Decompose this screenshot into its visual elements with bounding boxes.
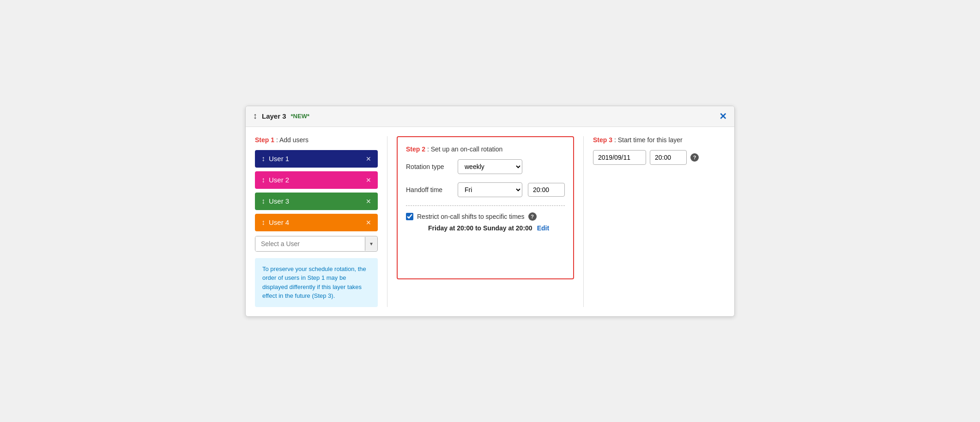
remove-user4-button[interactable]: ✕ (366, 219, 371, 226)
step1-header: Step 1 : Add users (255, 136, 378, 144)
step1-column: Step 1 : Add users ↕ User 1 ✕ ↕ User 2 (255, 136, 387, 307)
drag-handle-icon: ↕ (261, 176, 265, 184)
step1-colon: : (276, 136, 279, 144)
restrict-label: Restrict on-call shifts to specific time… (417, 213, 525, 220)
user4-label: User 4 (269, 218, 289, 226)
select-user-arrow-icon: ▾ (365, 237, 377, 251)
user-list: ↕ User 1 ✕ ↕ User 2 ✕ ↕ User 3 (255, 150, 378, 231)
step3-inputs-row: ? (593, 150, 716, 165)
step3-title: Start time for this layer (618, 136, 683, 144)
step1-label: Step 1 (255, 136, 274, 144)
step2-colon: : (427, 145, 431, 153)
user-row[interactable]: ↕ User 4 ✕ (255, 214, 378, 231)
remove-user3-button[interactable]: ✕ (366, 198, 371, 205)
drag-handle-icon: ↕ (261, 155, 265, 163)
step3-column: Step 3 : Start time for this layer ? (584, 136, 725, 307)
rotation-type-label: Rotation type (406, 163, 452, 170)
drag-handle-icon: ↕ (261, 197, 265, 205)
restrict-checkbox[interactable] (406, 213, 413, 220)
titlebar: ↕ Layer 3 *NEW* ✕ (246, 106, 734, 127)
remove-user2-button[interactable]: ✕ (366, 176, 371, 184)
step2-box: Step 2 : Set up an on-call rotation Rota… (397, 136, 574, 279)
handoff-day-select[interactable]: Mon Tue Wed Thu Fri Sat Sun (458, 182, 522, 197)
titlebar-title: Layer 3 (262, 112, 286, 120)
handoff-label: Handoff time (406, 186, 452, 193)
rotation-type-select[interactable]: weekly daily custom (458, 159, 522, 174)
rotation-type-row: Rotation type weekly daily custom (406, 159, 565, 174)
help-icon[interactable]: ? (528, 212, 537, 221)
select-user-dropdown[interactable]: ▾ (255, 236, 378, 252)
info-text: To preserve your schedule rotation, the … (262, 265, 366, 300)
user-row[interactable]: ↕ User 1 ✕ (255, 150, 378, 168)
step3-header: Step 3 : Start time for this layer (593, 136, 716, 144)
step3-colon: : (614, 136, 618, 144)
edit-restrict-link[interactable]: Edit (537, 224, 549, 232)
user-row[interactable]: ↕ User 2 ✕ (255, 171, 378, 189)
step1-title: Add users (279, 136, 309, 144)
main-window: ↕ Layer 3 *NEW* ✕ Step 1 : Add users ↕ U… (245, 106, 735, 317)
start-date-input[interactable] (593, 150, 646, 165)
drag-handle-icon: ↕ (261, 218, 265, 227)
user1-label: User 1 (269, 155, 289, 163)
select-user-input[interactable] (255, 236, 365, 251)
close-window-button[interactable]: ✕ (719, 111, 727, 122)
titlebar-new-badge: *NEW* (291, 113, 309, 120)
start-time-input[interactable] (650, 150, 687, 165)
restrict-checkbox-row: Restrict on-call shifts to specific time… (406, 212, 565, 221)
user2-label: User 2 (269, 176, 289, 184)
handoff-time-input[interactable] (528, 183, 565, 197)
step2-column: Step 2 : Set up an on-call rotation Rota… (387, 136, 584, 307)
restrict-time-row: Friday at 20:00 to Sunday at 20:00 Edit (417, 224, 565, 232)
step2-label: Step 2 (406, 145, 425, 153)
layer-drag-icon: ↕ (253, 111, 257, 121)
section-divider (406, 205, 565, 206)
user-row[interactable]: ↕ User 3 ✕ (255, 193, 378, 210)
info-box: To preserve your schedule rotation, the … (255, 258, 378, 307)
user3-label: User 3 (269, 197, 289, 205)
restrict-time-text: Friday at 20:00 to Sunday at 20:00 (428, 224, 532, 232)
step3-label: Step 3 (593, 136, 612, 144)
step2-title: Set up an on-call rotation (431, 145, 503, 153)
remove-user1-button[interactable]: ✕ (366, 155, 371, 163)
step2-header: Step 2 : Set up an on-call rotation (406, 145, 565, 153)
step3-help-icon[interactable]: ? (690, 153, 699, 162)
content-area: Step 1 : Add users ↕ User 1 ✕ ↕ User 2 (246, 127, 734, 316)
handoff-time-row: Handoff time Mon Tue Wed Thu Fri Sat Sun (406, 182, 565, 197)
